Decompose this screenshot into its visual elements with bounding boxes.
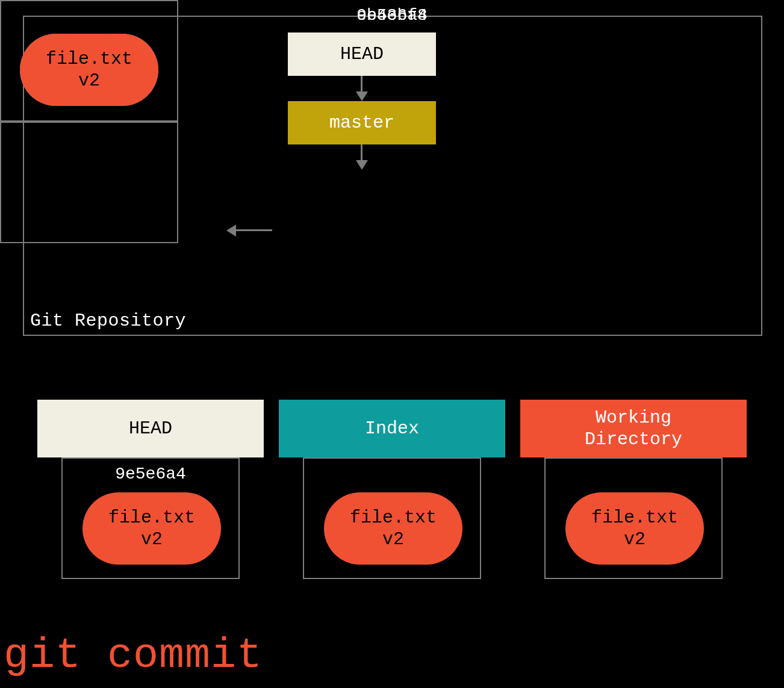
tree-wdir-body: file.txt v2 <box>544 457 723 579</box>
tree-index-body: file.txt v2 <box>303 457 481 579</box>
file-version: v2 <box>624 528 646 550</box>
arrow-parent-head <box>226 225 236 237</box>
master-branch-box: master <box>288 101 436 144</box>
commit-hash-9e5e6a4: 9e5e6a4 <box>0 6 784 25</box>
file-name: file.txt <box>108 507 195 528</box>
git-repository-label: Git Repository <box>30 311 186 331</box>
file-version: v2 <box>78 70 100 91</box>
tree-wdir-file-pill: file.txt v2 <box>565 492 704 565</box>
tree-head-title: HEAD <box>129 418 172 439</box>
master-branch-label: master <box>329 113 394 133</box>
file-name: file.txt <box>350 507 437 528</box>
tree-head-file-pill: file.txt v2 <box>82 492 221 565</box>
head-ref-box: HEAD <box>288 33 436 76</box>
file-version: v2 <box>141 528 163 550</box>
tree-head-header: HEAD <box>37 400 264 457</box>
file-pill-9e5e6a4: file.txt v2 <box>20 34 158 106</box>
tree-index-title: Index <box>365 418 419 439</box>
file-name: file.txt <box>591 507 678 528</box>
file-name: file.txt <box>46 48 132 70</box>
arrow-master-to-commit-head <box>356 160 368 170</box>
tree-index-header: Index <box>279 400 505 457</box>
file-version: v2 <box>382 528 404 550</box>
arrow-head-to-master-head <box>356 91 368 101</box>
tree-wdir-header: Working Directory <box>520 400 747 457</box>
arrow-parent-line <box>236 229 272 231</box>
head-ref-label: HEAD <box>340 44 384 64</box>
tree-head-body: 9e5e6a4 file.txt v2 <box>61 457 240 579</box>
command-label: git commit <box>4 632 263 680</box>
tree-head-hash: 9e5e6a4 <box>63 465 238 483</box>
tree-wdir-title: Working Directory <box>585 407 682 450</box>
tree-index-file-pill: file.txt v2 <box>324 492 462 565</box>
